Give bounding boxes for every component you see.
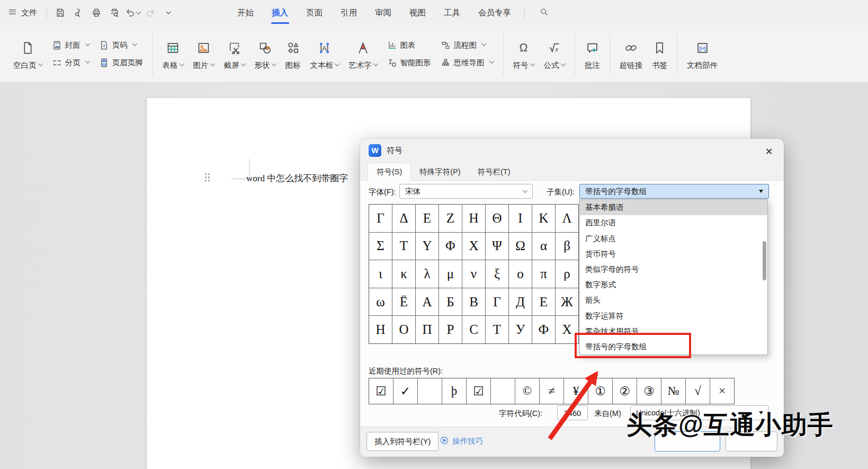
symbol-cell[interactable]: Η	[462, 205, 485, 232]
recent-symbol-cell[interactable]: ①	[588, 378, 612, 404]
recent-symbol-cell[interactable]: ≠	[540, 378, 563, 404]
symbol-cell[interactable]: П	[416, 316, 439, 343]
symbol-cell[interactable]: Λ	[556, 205, 578, 232]
subset-option[interactable]: 类似字母的符号	[580, 262, 767, 277]
recent-symbol-cell[interactable]: þ	[442, 378, 466, 404]
symbol-cell[interactable]: Д	[509, 288, 532, 316]
symbol-cell[interactable]: Δ	[392, 205, 415, 232]
toolbar-item-text-box[interactable]: A文本框	[306, 29, 344, 79]
symbol-cell[interactable]: Γ	[369, 205, 392, 232]
toolbar-item-bookmark[interactable]: 书签	[647, 29, 672, 79]
redo-button[interactable]	[142, 5, 158, 21]
charcode-input[interactable]: 2460	[557, 405, 588, 420]
toolbar-item-flowchart[interactable]: 流程图	[441, 40, 494, 50]
search-button[interactable]	[535, 4, 552, 21]
subset-option[interactable]: 货币符号	[580, 246, 767, 262]
symbol-cell[interactable]: ι	[369, 260, 392, 288]
font-combobox[interactable]: 宋体	[399, 184, 533, 199]
toolbar-item-table[interactable]: 表格	[158, 29, 189, 79]
subset-option[interactable]: 基本希腊语	[580, 200, 767, 215]
symbol-cell[interactable]: Х	[556, 316, 578, 343]
symbol-cell[interactable]: ρ	[556, 260, 578, 288]
toolbar-item-word-art[interactable]: 艺术字	[344, 29, 382, 79]
toolbar-item-smart-art[interactable]: 智能图形	[387, 58, 431, 68]
symbol-cell[interactable]: Τ	[392, 233, 415, 260]
subset-combobox[interactable]: 带括号的字母数组	[579, 184, 769, 199]
undo-button[interactable]	[124, 5, 140, 21]
subset-option[interactable]: 数字形式	[580, 277, 767, 293]
symbol-cell[interactable]: κ	[392, 260, 415, 288]
paragraph-drag-handle[interactable]	[205, 173, 210, 182]
symbol-cell[interactable]: α	[532, 233, 555, 260]
symbol-cell[interactable]: Υ	[416, 233, 439, 260]
recent-symbol-cell[interactable]: √	[686, 378, 710, 404]
symbol-cell[interactable]: Χ	[462, 233, 485, 260]
symbol-cell[interactable]: Н	[369, 316, 392, 343]
symbol-cell[interactable]: Ε	[416, 205, 439, 232]
symbol-cell[interactable]: λ	[416, 260, 439, 288]
symbol-cell[interactable]: Ф	[532, 316, 555, 343]
symbol-cell[interactable]: Ψ	[486, 233, 508, 260]
toolbar-item-page-number[interactable]: #页码	[99, 40, 143, 50]
toolbar-item-icon-library[interactable]: 图标	[281, 29, 306, 79]
subset-option[interactable]: 数字运算符	[580, 308, 767, 323]
toolbar-item-formula[interactable]: x公式	[539, 29, 570, 79]
insert-to-symbol-bar-button[interactable]: 插入到符号栏(Y)	[366, 432, 439, 451]
ribbon-tab-view[interactable]: 视图	[400, 0, 435, 25]
recent-symbol-cell[interactable]: ¥	[564, 378, 588, 404]
print-preview-button[interactable]	[106, 5, 122, 21]
ribbon-tab-insert[interactable]: 插入	[263, 0, 297, 25]
ribbon-tab-tools[interactable]: 工具	[435, 0, 469, 25]
symbol-cell[interactable]: ν	[462, 260, 485, 288]
toolbar-item-doc-parts[interactable]: [=]文档部件	[682, 29, 722, 79]
symbol-cell[interactable]: Κ	[532, 205, 555, 232]
recent-symbol-cell[interactable]: ×	[710, 378, 734, 404]
symbol-cell[interactable]: ο	[509, 260, 532, 288]
symbol-cell[interactable]: ξ	[486, 260, 508, 288]
ribbon-tab-review[interactable]: 审阅	[366, 0, 400, 25]
recent-symbol-cell[interactable]	[418, 378, 442, 404]
symbol-cell[interactable]: Θ	[486, 205, 508, 232]
toolbar-item-symbol-omega[interactable]: Ω符号	[508, 29, 539, 79]
subset-option[interactable]: 带括号的字母数组	[580, 339, 767, 355]
toolbar-item-cover[interactable]: 封面	[52, 40, 90, 50]
recent-symbol-cell[interactable]	[491, 378, 515, 404]
insert-button[interactable]	[655, 431, 720, 452]
symbol-cell[interactable]: Φ	[439, 233, 462, 260]
symbol-cell[interactable]: Р	[439, 316, 462, 343]
symbol-cell[interactable]: ω	[369, 288, 392, 316]
toolbar-item-screenshot[interactable]: 截屏	[219, 29, 250, 79]
symbol-cell[interactable]: β	[556, 233, 578, 260]
subset-option[interactable]: 西里尔语	[580, 215, 767, 231]
symbol-cell[interactable]: А	[416, 288, 439, 316]
ribbon-tab-reference[interactable]: 引用	[332, 0, 366, 25]
toolbar-item-hyperlink[interactable]: 超链接	[615, 29, 648, 79]
toolbar-item-comment[interactable]: 批注	[580, 29, 605, 79]
symbol-cell[interactable]: Ζ	[439, 205, 462, 232]
ribbon-tab-page[interactable]: 页面	[297, 0, 332, 25]
symbol-cell[interactable]: Σ	[369, 233, 392, 260]
toolbar-item-page-break[interactable]: 分页	[52, 58, 90, 68]
recent-symbol-cell[interactable]: ©	[515, 378, 539, 404]
document-paragraph[interactable]: word 中怎么找不到带圈字	[246, 172, 348, 184]
popup-scrollbar-thumb[interactable]	[763, 241, 766, 280]
symbol-cell[interactable]: Ω	[509, 233, 532, 260]
symbol-cell[interactable]: Е	[532, 288, 555, 316]
tips-link[interactable]: 操作技巧	[440, 436, 483, 447]
symbol-cell[interactable]: С	[462, 316, 485, 343]
recent-symbol-cell[interactable]: ☑	[369, 378, 393, 404]
more-commands-button[interactable]	[160, 5, 176, 21]
from-combobox[interactable]: Unicode(十六进制)	[630, 405, 769, 420]
close-icon[interactable]: ✕	[762, 145, 776, 158]
toolbar-item-blank-page[interactable]: 空白页	[8, 29, 47, 79]
cancel-button[interactable]	[726, 431, 777, 452]
toolbar-item-picture[interactable]: 图片	[189, 29, 219, 79]
symbol-cell[interactable]: О	[392, 316, 415, 343]
symbol-cell[interactable]: В	[462, 288, 485, 316]
print-button[interactable]	[88, 5, 104, 21]
export-button[interactable]	[70, 5, 86, 21]
recent-symbol-cell[interactable]: ③	[637, 378, 661, 404]
save-button[interactable]	[52, 5, 68, 21]
recent-symbol-cell[interactable]: ②	[613, 378, 637, 404]
subset-option[interactable]: 箭头	[580, 293, 767, 308]
